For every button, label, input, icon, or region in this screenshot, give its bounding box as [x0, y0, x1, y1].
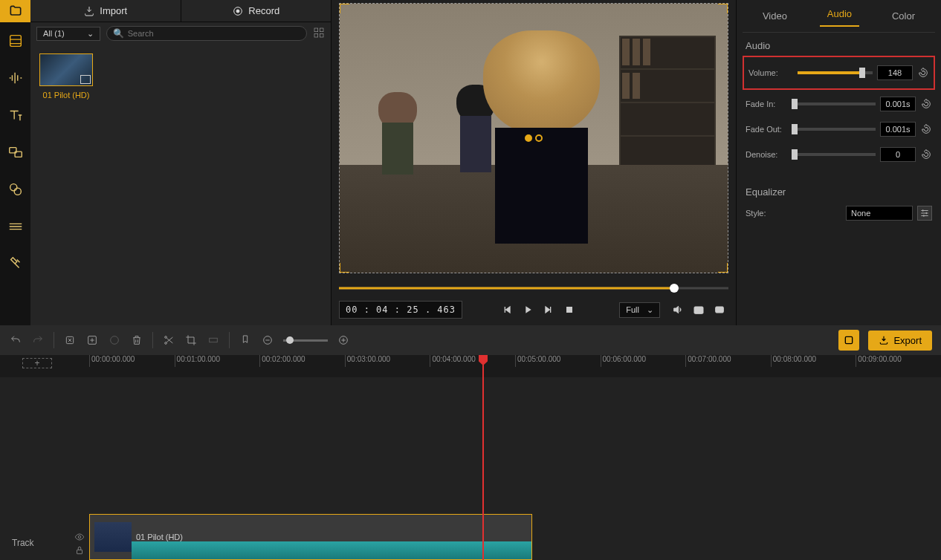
fadeout-label: Fade Out: [746, 125, 790, 134]
nav-text-icon[interactable] [0, 97, 30, 134]
snapshot-icon[interactable] [690, 301, 708, 319]
svg-rect-10 [320, 33, 323, 37]
play-button[interactable] [519, 301, 537, 319]
prev-frame-button[interactable] [498, 301, 516, 319]
import-button[interactable]: Import [30, 0, 181, 22]
next-frame-button[interactable] [540, 301, 557, 319]
chevron-down-icon: ⌄ [87, 29, 94, 39]
media-panel: Import Record All (1)⌄ 🔍 01 Pilot (HD) [30, 0, 332, 325]
svg-rect-7 [314, 28, 318, 32]
volume-slider[interactable] [798, 71, 873, 74]
preview-seekbar[interactable] [339, 281, 728, 296]
svg-rect-0 [10, 36, 21, 47]
denoise-reset-icon[interactable] [920, 149, 932, 160]
zoom-slider[interactable] [283, 339, 328, 342]
fadeout-reset-icon[interactable] [920, 123, 932, 135]
denoise-value[interactable]: 0 [880, 147, 916, 162]
track-header: Track [0, 377, 89, 560]
nav-audio-icon[interactable] [0, 59, 30, 97]
volume-icon[interactable] [669, 301, 687, 319]
denoise-slider[interactable] [795, 153, 876, 156]
fullscreen-icon[interactable] [711, 301, 728, 319]
redo-icon[interactable] [31, 333, 45, 347]
search-icon: 🔍 [113, 28, 124, 39]
svg-rect-23 [846, 336, 853, 343]
properties-panel: Video Audio Color Audio Volume: 148 Fade… [736, 0, 941, 325]
section-audio-title: Audio [743, 33, 935, 54]
tool-3-icon[interactable] [207, 333, 220, 347]
fadein-value[interactable]: 0.001s [880, 97, 916, 111]
aspect-dropdown[interactable]: Full⌄ [619, 302, 660, 318]
timeline-clip[interactable]: 01 Pilot (HD) [89, 514, 532, 560]
eq-settings-icon[interactable] [917, 206, 932, 221]
fadein-slider[interactable] [795, 102, 876, 105]
preview-panel: 00 : 04 : 25 . 463 Full⌄ [332, 0, 736, 325]
eq-style-label: Style: [746, 209, 790, 218]
media-thumbnail[interactable]: 01 Pilot (HD) [39, 53, 93, 100]
tool-1-icon[interactable] [63, 333, 77, 347]
zoom-in-icon[interactable] [337, 333, 350, 347]
tab-audio[interactable]: Audio [820, 5, 859, 27]
nav-filter-icon[interactable] [0, 245, 30, 282]
grid-view-icon[interactable] [313, 27, 325, 41]
section-eq-title: Equalizer [743, 179, 935, 201]
nav-overlay-icon[interactable] [0, 134, 30, 171]
search-input[interactable] [128, 29, 300, 38]
marker-icon[interactable] [239, 333, 252, 347]
svg-rect-14 [716, 307, 724, 313]
thumbnail-image [39, 53, 93, 86]
media-filter-dropdown[interactable]: All (1)⌄ [36, 27, 100, 41]
clip-label: 01 Pilot (HD) [136, 533, 183, 541]
volume-value[interactable]: 148 [877, 65, 913, 80]
add-track-button[interactable]: + [22, 358, 52, 368]
volume-highlight: Volume: 148 [743, 56, 935, 90]
svg-rect-9 [314, 33, 318, 37]
svg-point-13 [697, 309, 700, 312]
svg-rect-11 [566, 307, 572, 313]
svg-point-6 [236, 10, 239, 13]
volume-label: Volume: [748, 68, 793, 77]
record-label: Record [248, 5, 279, 16]
tool-add-icon[interactable] [85, 333, 99, 347]
svg-point-17 [111, 336, 119, 345]
chevron-down-icon: ⌄ [647, 305, 653, 315]
nav-transition-icon[interactable] [0, 208, 30, 245]
svg-point-3 [10, 184, 16, 191]
fadein-reset-icon[interactable] [920, 98, 932, 110]
tab-color[interactable]: Color [885, 7, 922, 25]
video-viewport[interactable] [339, 3, 728, 273]
svg-point-4 [14, 188, 21, 195]
stop-button[interactable] [560, 301, 578, 319]
svg-rect-25 [77, 550, 83, 553]
fadeout-value[interactable]: 0.001s [880, 122, 916, 137]
lock-icon[interactable] [74, 545, 85, 556]
tab-video[interactable]: Video [755, 7, 795, 25]
record-button[interactable]: Record [181, 0, 332, 22]
export-button[interactable]: Export [868, 331, 932, 351]
denoise-label: Denoise: [746, 150, 790, 159]
delete-icon[interactable] [130, 333, 143, 347]
eq-style-dropdown[interactable]: None [846, 206, 913, 221]
svg-point-19 [165, 342, 167, 345]
nav-element-icon[interactable] [0, 171, 30, 208]
auto-button[interactable] [838, 330, 859, 351]
split-icon[interactable] [162, 333, 175, 347]
tool-2-icon[interactable] [108, 333, 121, 347]
timecode-display: 00 : 04 : 25 . 463 [339, 301, 462, 319]
volume-reset-icon[interactable] [917, 67, 929, 79]
thumbnail-label: 01 Pilot (HD) [39, 91, 93, 100]
playhead[interactable] [482, 355, 484, 560]
nav-media-icon[interactable] [0, 22, 30, 59]
left-nav [0, 0, 30, 325]
audio-waveform [132, 541, 531, 559]
svg-point-18 [165, 336, 167, 339]
zoom-out-icon[interactable] [261, 333, 274, 347]
undo-icon[interactable] [9, 333, 22, 347]
fadeout-slider[interactable] [795, 128, 876, 131]
timeline-ruler[interactable]: + 00:00:00.000 00:01:00.000 00:02:00.000… [0, 355, 941, 377]
crop-icon[interactable] [184, 333, 198, 347]
eye-icon[interactable] [74, 532, 85, 542]
svg-rect-8 [320, 28, 323, 32]
search-input-wrap: 🔍 [106, 26, 307, 41]
fadein-label: Fade In: [746, 100, 790, 108]
